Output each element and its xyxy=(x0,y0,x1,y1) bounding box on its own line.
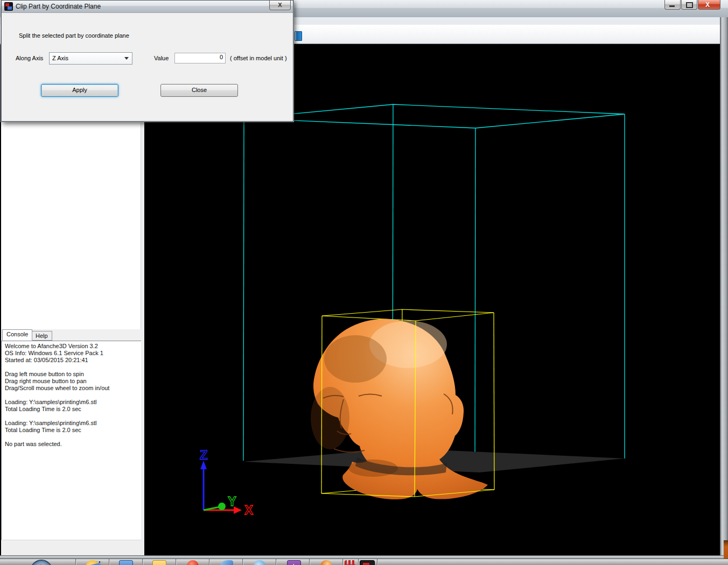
console-line: Loading: Y:\samples\printing\m6.stl xyxy=(5,420,144,427)
y-axis-label: Y xyxy=(228,494,236,508)
red-castle-app-icon[interactable] xyxy=(345,560,355,565)
close-button[interactable]: Close xyxy=(160,84,238,97)
chevron-down-icon xyxy=(124,57,129,60)
panel-bottom-filler xyxy=(1,540,141,556)
close-icon: X xyxy=(705,1,710,9)
axis-triad: Z X Y xyxy=(200,448,253,517)
console-output[interactable]: Welcome to Afanche3D Version 3.2OS Info:… xyxy=(1,341,144,542)
taskbar-separator xyxy=(309,559,310,565)
console-line xyxy=(5,364,144,371)
dialog-titlebar[interactable]: Clip Part by Coordinate Plane X xyxy=(2,1,293,13)
panel-tab-row: Console Help xyxy=(1,329,141,341)
blue-window-app-icon[interactable] xyxy=(119,560,133,565)
folder-icon[interactable] xyxy=(152,560,166,565)
taskbar-separator xyxy=(142,559,143,565)
red-ball-app-icon[interactable] xyxy=(187,560,199,565)
tab-console[interactable]: Console xyxy=(2,329,32,341)
y-axis-ball xyxy=(218,503,226,510)
console-line: No part was selected. xyxy=(5,441,144,448)
taskbar-separator xyxy=(342,559,343,565)
console-line xyxy=(5,392,144,399)
blue-bird-app-icon[interactable] xyxy=(254,560,265,565)
console-line: Welcome to Afanche3D Version 3.2 xyxy=(5,343,144,350)
blue-flame-app-icon[interactable] xyxy=(220,560,233,565)
dialog-close-button[interactable]: X xyxy=(269,1,291,10)
head-model[interactable] xyxy=(311,319,488,499)
value-label: Value xyxy=(154,55,169,61)
afanche3d-app-icon xyxy=(4,2,13,11)
taskbar-separator xyxy=(276,559,276,565)
console-line: Total Loading Time is 2.0 sec xyxy=(5,406,144,413)
console-line xyxy=(5,434,144,441)
offset-unit-note: ( offset in model unit ) xyxy=(230,55,287,61)
minimize-button[interactable] xyxy=(664,0,681,10)
taskbar-separator xyxy=(242,559,243,565)
gauge-orb-icon[interactable] xyxy=(30,560,53,565)
taskbar-separator xyxy=(358,559,359,565)
along-axis-select[interactable]: Z Axis xyxy=(49,52,132,65)
dialog-description: Split the selected part by coordinate pl… xyxy=(19,32,129,39)
taskbar-separator xyxy=(75,559,76,565)
purple-plus-app-icon[interactable]: + xyxy=(287,560,301,565)
value-input[interactable]: 0 xyxy=(174,53,226,63)
taskbar[interactable]: + xyxy=(0,559,728,565)
dark-red-app-icon[interactable] xyxy=(360,560,375,565)
along-axis-label: Along Axis xyxy=(16,55,43,61)
caption-buttons: X xyxy=(664,0,720,10)
forehead-shadow xyxy=(324,335,387,383)
z-axis-label: Z xyxy=(200,448,208,462)
taskbar-separator xyxy=(377,559,377,565)
window-right-border xyxy=(720,17,728,559)
taskbar-separator xyxy=(176,559,176,565)
console-line xyxy=(5,413,144,420)
orange-app-icon[interactable] xyxy=(320,560,332,565)
apply-button[interactable]: Apply xyxy=(41,84,118,97)
console-line: Started at: 03/05/2015 20:21:41 xyxy=(5,357,144,364)
tab-help[interactable]: Help xyxy=(31,331,52,341)
blue-book-toolbar-icon[interactable] xyxy=(295,31,302,41)
close-window-button[interactable]: X xyxy=(698,0,720,10)
console-line: Loading: Y:\samples\printing\m6.stl xyxy=(5,399,144,406)
console-line: Drag left mouse button to spin xyxy=(5,371,144,378)
x-axis-label: X xyxy=(244,503,253,517)
minimize-icon xyxy=(669,5,675,7)
maximize-button[interactable] xyxy=(681,0,697,10)
console-line: Drag/Scroll mouse wheel to zoom in/out xyxy=(5,385,144,392)
dialog-title: Clip Part by Coordinate Plane xyxy=(16,3,101,10)
console-line: Drag right mouse button to pan xyxy=(5,378,144,385)
maximize-icon xyxy=(686,2,693,8)
taskbar-separator xyxy=(209,559,209,565)
console-line: Total Loading Time is 2.0 sec xyxy=(5,427,144,434)
console-line: OS Info: Windows 6.1 Service Pack 1 xyxy=(5,350,144,357)
taskbar-separator xyxy=(109,559,109,565)
along-axis-selected-value: Z Axis xyxy=(52,55,68,61)
clip-part-dialog: Clip Part by Coordinate Plane X Split th… xyxy=(1,0,293,122)
background-app-sliver xyxy=(724,540,728,559)
